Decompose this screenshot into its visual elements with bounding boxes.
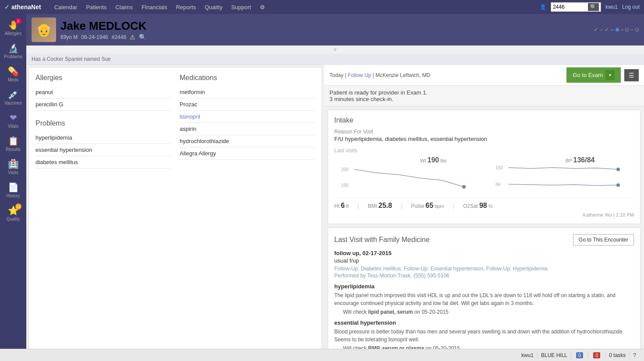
count1-badge[interactable]: 0 (576, 352, 583, 358)
htn-text: Blood pressure is better today than has … (334, 328, 634, 343)
logo-text: athenaNet (11, 4, 41, 11)
hyperlipidemia-title: hyperlipidemia (334, 283, 634, 290)
sidebar-item-meds[interactable]: 💊 Meds (0, 63, 26, 86)
sidebar-item-vitals[interactable]: ❤ Vitals (0, 109, 26, 132)
problems-icon: 🔬 (8, 43, 19, 53)
logo-check: ✓ (4, 4, 10, 11)
results-icon: 📋 (8, 136, 19, 146)
last-visit-card: Last Visit with Family Medicine Go to Th… (328, 228, 640, 361)
today-info: Today | Follow Up | McKenzie Leftwich, M… (329, 72, 430, 78)
sidebar-item-allergies[interactable]: 🤚 2 Allergies (0, 16, 26, 39)
med-item-aspirin: aspirin (180, 123, 315, 135)
nav-logout[interactable]: Log out (622, 4, 640, 10)
allergies-title: Allergies (35, 74, 171, 82)
status-line2: 3 minutes since check-in. (329, 96, 639, 102)
go-exam-button[interactable]: Go to Exam ▾ (566, 67, 621, 83)
med-item-allegra: Allegra Allergy (180, 147, 315, 160)
hamburger-button[interactable]: ☰ (624, 69, 639, 81)
allergies-badge-container: 🤚 2 (8, 20, 19, 30)
patient-search-icon[interactable]: 🔍 (139, 34, 146, 41)
quality-badge-container: ⭐ 11 (8, 205, 19, 216)
progress-dot-active (616, 28, 619, 32)
alert-icon[interactable]: ⚠ (130, 34, 135, 41)
sidebar-item-quality-label: Quality (6, 217, 20, 221)
right-col: Medications metformin Prozac lisinopril … (180, 74, 315, 168)
bottom-count1: 0 (571, 352, 588, 358)
ht-label: Ht (334, 203, 340, 209)
count2-badge[interactable]: 0 (593, 352, 600, 358)
svg-text:84: 84 (495, 182, 501, 187)
bottom-help[interactable]: ? (630, 352, 640, 358)
today-label: Today (329, 72, 343, 78)
htn-title: essential hypertension (334, 319, 634, 326)
bmi-value: 25.8 (379, 202, 392, 210)
med-item-lisinopril[interactable]: lisinopril (180, 111, 315, 123)
problem-item-diabetes: diabetes mellitus (35, 156, 171, 168)
sidebar-item-allergies-label: Allergies (5, 31, 21, 36)
patient-notice: Has a Cocker Spaniel named Sue (26, 54, 644, 65)
med-item-prozac: Prozac (180, 98, 315, 111)
patient-id: #2446 (112, 34, 126, 40)
sidebar-item-history[interactable]: 📄 History (0, 179, 26, 202)
last-visits-label: Last visits (334, 147, 634, 154)
vitals-chart: Wt 190 lbs 200 190 BP 136/84 150 (334, 156, 634, 193)
vaccines-icon: 💉 (8, 89, 19, 100)
sidebar-item-results-label: Results (6, 147, 20, 152)
nav-right: 👤 🔍 kwu1 Log out (540, 2, 640, 12)
vital-pulse: Pulse 65 bpm (411, 202, 444, 210)
patient-search-input[interactable] (553, 4, 588, 10)
vital-height: Ht 6 ft (334, 202, 349, 210)
sidebar-item-vaccines-label: Vaccines (4, 101, 22, 105)
svg-text:190: 190 (341, 183, 349, 188)
patient-meta: 69yo M 06-24-1946 #2446 ⚠ 🔍 (60, 34, 147, 41)
sidebar-item-vaccines[interactable]: 💉 Vaccines (0, 86, 26, 109)
sidebar-item-results[interactable]: 📋 Results (0, 132, 26, 155)
reason-label: Reason For Visit (334, 129, 634, 135)
visits-icon: 🏥 (8, 159, 19, 169)
nav-support[interactable]: Support (227, 0, 256, 14)
avatar-image: 👴 (32, 18, 56, 42)
pulse-unit: bpm (435, 203, 444, 209)
ht-unit: ft (346, 203, 349, 209)
nav-reports[interactable]: Reports (172, 0, 201, 14)
nav-settings[interactable]: ⚙ (255, 0, 269, 14)
patient-search-button[interactable]: 🔍 (588, 3, 599, 11)
bottom-tasks: 0 tasks (605, 352, 630, 358)
last-visit-title: Last Visit with Family Medicine (334, 236, 430, 244)
go-encounter-button[interactable]: Go to This Encounter (573, 234, 634, 245)
notice-text: Has a Cocker Spaniel named Sue (32, 56, 111, 62)
problems-list: hyperlipidemia essential hypertension di… (35, 132, 171, 168)
intake-card: Intake Reason For Visit F/U hyperlipidem… (328, 110, 640, 224)
nav-claims[interactable]: Claims (111, 0, 137, 14)
visit-provider: Performed by Tess Morton-Trask, (555) 59… (334, 273, 634, 279)
nav-quality[interactable]: Quality (200, 0, 226, 14)
followup-link[interactable]: Follow Up (348, 72, 371, 78)
nav-username[interactable]: kwu1 (605, 4, 618, 10)
panel-columns: Allergies peanut penicillin G Problems h… (35, 74, 315, 168)
bp-chart-svg: BP 136/84 150 84 (488, 156, 634, 191)
patient-header: 👴 Jake MEDLOCK 69yo M 06-24-1946 #2446 ⚠… (26, 14, 644, 46)
svg-text:150: 150 (495, 165, 503, 170)
sidebar-item-problems[interactable]: 🔬 Problems (0, 39, 26, 63)
logo[interactable]: ✓ athenaNet (4, 4, 41, 11)
patient-details: Jake MEDLOCK 69yo M 06-24-1946 #2446 ⚠ 🔍 (60, 19, 147, 41)
weight-chart: Wt 190 lbs 200 190 (334, 156, 480, 193)
sidebar-item-visits[interactable]: 🏥 Visits (0, 155, 26, 179)
quality-badge: 11 (15, 203, 21, 210)
bottom-count2: 0 (588, 352, 605, 358)
patient-search-box[interactable]: 🔍 (551, 2, 601, 12)
o2-unit: % (488, 203, 493, 209)
nav-financials[interactable]: Financials (137, 0, 172, 14)
main-body: 🤚 2 Allergies 🔬 Problems 💊 Meds 💉 Vaccin… (0, 14, 644, 361)
o2-value: 98 (479, 202, 487, 210)
chevron-toggle[interactable]: ▼ (26, 46, 644, 54)
nav-calendar[interactable]: Calendar (50, 0, 82, 14)
bottom-user: kwu1 (518, 352, 538, 358)
nav-patients[interactable]: Patients (81, 0, 111, 14)
bmi-label: BMI (368, 203, 377, 209)
right-panel: Today | Follow Up | McKenzie Leftwich, M… (324, 65, 644, 361)
go-exam-dropdown-arrow[interactable]: ▾ (605, 70, 615, 80)
svg-point-3 (462, 185, 466, 189)
avatar: 👴 (32, 18, 56, 42)
sidebar-item-quality[interactable]: ⭐ 11 Quality (0, 202, 26, 225)
